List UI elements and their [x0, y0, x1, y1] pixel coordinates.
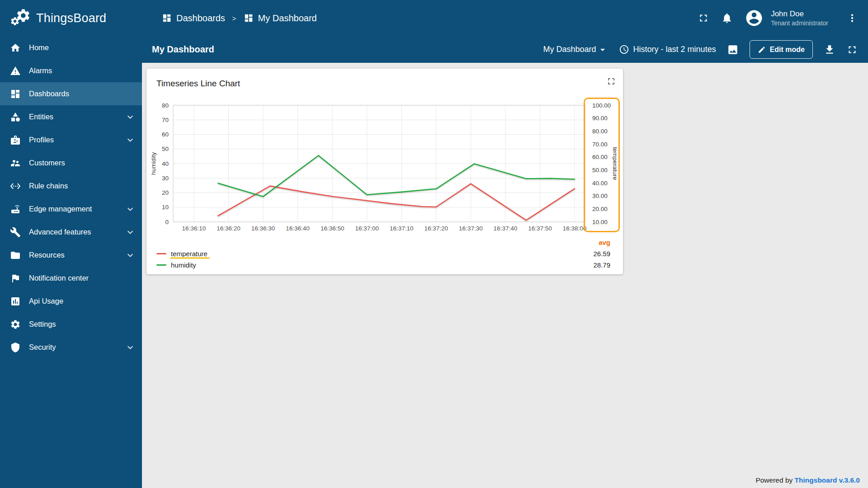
sidebar: HomeAlarmsDashboardsEntitiesProfilesCust…	[0, 36, 142, 488]
toolbar-actions: My Dashboard History - last 2 minutes Ed…	[543, 40, 858, 59]
svg-text:0: 0	[165, 219, 169, 225]
svg-text:16:37:10: 16:37:10	[390, 225, 414, 232]
sidebar-item-label: Home	[29, 43, 136, 52]
dashboard-grid-icon	[244, 13, 254, 23]
svg-text:16:37:20: 16:37:20	[425, 225, 448, 232]
svg-text:100.00: 100.00	[592, 102, 611, 109]
home-icon	[10, 42, 21, 53]
footer: Powered by Thingsboard v.3.6.0	[755, 476, 860, 484]
sidebar-item-dashboards[interactable]: Dashboards	[0, 82, 142, 105]
sidebar-item-settings[interactable]: Settings	[0, 313, 142, 336]
svg-text:16:36:20: 16:36:20	[217, 225, 241, 232]
legend-avg-value: 26.59	[593, 250, 610, 258]
more-menu-icon[interactable]	[846, 12, 858, 24]
category-icon	[10, 112, 21, 122]
breadcrumb-dashboards[interactable]: Dashboards	[162, 13, 225, 23]
notifications-bell-icon[interactable]	[721, 12, 733, 24]
sidebar-item-label: Advanced features	[29, 228, 117, 236]
chevron-down-icon	[125, 250, 136, 261]
timewindow-button[interactable]: History - last 2 minutes	[619, 44, 716, 55]
svg-text:50.00: 50.00	[592, 167, 608, 174]
user-name: John Doe	[771, 9, 828, 19]
insert-chart-icon	[10, 296, 21, 307]
badge-icon	[10, 135, 21, 145]
sidebar-item-label: Edge management	[29, 205, 117, 213]
legend-color-dash	[156, 253, 166, 254]
chevron-down-icon	[125, 204, 136, 215]
sidebar-nav: HomeAlarmsDashboardsEntitiesProfilesCust…	[0, 36, 142, 359]
svg-text:16:36:30: 16:36:30	[251, 225, 275, 232]
sidebar-item-edge-management[interactable]: Edge management	[0, 197, 142, 221]
svg-text:16:37:30: 16:37:30	[459, 225, 483, 232]
dashboard-icon	[10, 89, 21, 99]
svg-text:20: 20	[162, 189, 169, 196]
breadcrumb-label: Dashboards	[176, 13, 225, 23]
timeseries-widget: Timeseries Line Chart 16:36:1016:36:2016…	[146, 69, 623, 274]
edit-mode-label: Edit mode	[770, 46, 805, 54]
legend-row: temperature26.59	[156, 248, 610, 259]
svg-text:30.00: 30.00	[592, 192, 608, 199]
edit-mode-button[interactable]: Edit mode	[750, 40, 813, 59]
dashboard-content: Timeseries Line Chart 16:36:1016:36:2016…	[142, 63, 868, 488]
svg-text:16:38:00: 16:38:00	[563, 225, 587, 232]
header-actions: John Doe Tenant administrator	[698, 9, 868, 28]
chevron-down-icon	[125, 112, 136, 122]
sidebar-item-api-usage[interactable]: Api Usage	[0, 290, 142, 313]
sidebar-item-label: Alarms	[29, 66, 136, 75]
toolbar-fullscreen-icon[interactable]	[846, 44, 858, 56]
sidebar-item-resources[interactable]: Resources	[0, 244, 142, 267]
user-role: Tenant administrator	[771, 19, 828, 27]
widget-fullscreen-icon[interactable]	[606, 76, 617, 87]
svg-text:16:36:50: 16:36:50	[321, 225, 344, 232]
svg-text:80: 80	[162, 102, 169, 109]
svg-text:16:37:40: 16:37:40	[494, 225, 518, 232]
legend-label: humidity	[171, 261, 196, 269]
people-icon	[10, 158, 21, 169]
sidebar-item-home[interactable]: Home	[0, 36, 142, 59]
chart-legend: avgtemperature26.59humidity28.79	[156, 237, 610, 271]
sidebar-item-label: Settings	[29, 320, 136, 328]
svg-text:90.00: 90.00	[592, 115, 608, 122]
svg-text:60.00: 60.00	[592, 154, 608, 160]
widget-title: Timeseries Line Chart	[156, 79, 240, 89]
svg-text:10: 10	[162, 204, 169, 211]
download-icon[interactable]	[824, 44, 835, 56]
thingsboard-version-link[interactable]: Thingsboard v.3.6.0	[795, 476, 860, 484]
sidebar-item-profiles[interactable]: Profiles	[0, 128, 142, 151]
user-avatar-icon[interactable]	[745, 9, 764, 28]
legend-label: temperature	[171, 250, 208, 258]
sidebar-item-label: Customers	[29, 159, 136, 167]
sidebar-item-advanced-features[interactable]: Advanced features	[0, 221, 142, 244]
breadcrumb-my-dashboard[interactable]: My Dashboard	[244, 13, 317, 23]
legend-item-humidity[interactable]: humidity	[156, 261, 196, 269]
breadcrumb-label: My Dashboard	[258, 13, 317, 23]
svg-text:60: 60	[162, 131, 169, 138]
gear-icon	[10, 319, 21, 330]
sidebar-item-notification-center[interactable]: Notification center	[0, 267, 142, 290]
legend-avg-header: avg	[599, 239, 610, 246]
sidebar-item-label: Security	[29, 343, 117, 352]
svg-text:20.00: 20.00	[592, 206, 608, 212]
svg-text:humidity: humidity	[150, 152, 157, 175]
dashboard-toolbar: My Dashboard My Dashboard History - last…	[142, 36, 868, 63]
sidebar-item-rule-chains[interactable]: Rule chains	[0, 174, 142, 197]
history-clock-icon	[619, 44, 629, 55]
dashboards-grid-icon	[162, 13, 172, 23]
logo[interactable]: ThingsBoard	[0, 8, 142, 28]
dashboard-selector-value: My Dashboard	[543, 45, 596, 54]
legend-item-temperature[interactable]: temperature	[156, 250, 208, 258]
app-title: ThingsBoard	[36, 11, 106, 25]
svg-text:16:37:50: 16:37:50	[528, 225, 552, 232]
sidebar-item-security[interactable]: Security	[0, 336, 142, 359]
svg-text:temperature: temperature	[612, 147, 618, 180]
breadcrumb: Dashboards > My Dashboard	[162, 13, 317, 23]
background-image-icon[interactable]	[727, 44, 739, 56]
sidebar-item-customers[interactable]: Customers	[0, 151, 142, 174]
chart-area[interactable]: 16:36:1016:36:2016:36:3016:36:4016:36:50…	[146, 69, 623, 240]
sidebar-item-alarms[interactable]: Alarms	[0, 59, 142, 82]
fullscreen-icon[interactable]	[698, 12, 709, 24]
breadcrumb-separator: >	[231, 14, 238, 22]
user-menu[interactable]: John Doe Tenant administrator	[771, 9, 828, 27]
dashboard-selector[interactable]: My Dashboard	[543, 44, 608, 55]
sidebar-item-entities[interactable]: Entities	[0, 105, 142, 128]
